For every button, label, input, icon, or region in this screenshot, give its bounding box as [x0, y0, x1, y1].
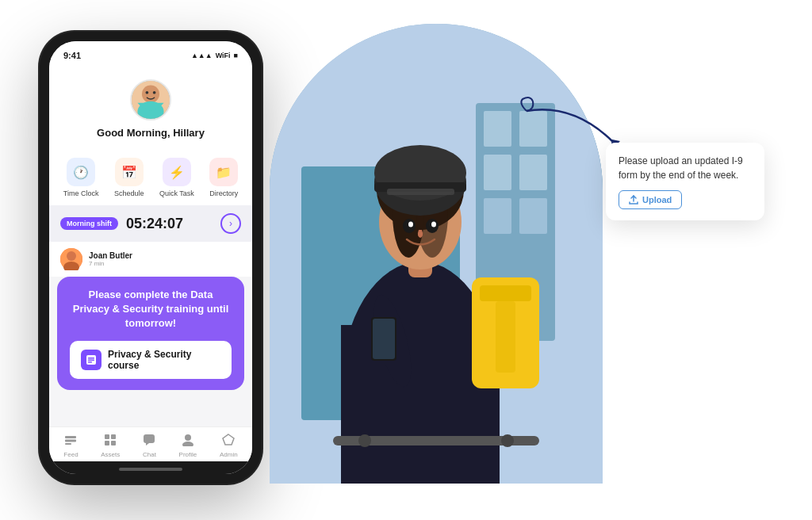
- nav-feed[interactable]: Feed: [63, 434, 78, 458]
- nav-profile-label: Profile: [179, 451, 197, 458]
- admin-icon: [222, 434, 235, 449]
- svg-point-55: [358, 434, 371, 447]
- svg-rect-15: [105, 434, 109, 439]
- svg-rect-37: [496, 301, 515, 373]
- upload-icon: [629, 195, 638, 205]
- upload-label: Upload: [642, 195, 672, 205]
- message-card: Please complete the Data Privacy & Secur…: [57, 277, 244, 390]
- svg-rect-14: [65, 443, 71, 445]
- bottom-nav: Feed Assets: [49, 426, 252, 461]
- sender-avatar: [60, 248, 82, 270]
- profile-icon: [182, 434, 194, 449]
- nav-chat-label: Chat: [143, 451, 156, 458]
- svg-rect-18: [111, 441, 116, 445]
- svg-point-52: [408, 222, 413, 228]
- action-schedule[interactable]: 📅 Schedule: [114, 158, 144, 197]
- quick-actions: 🕐 Time Clock 📅 Schedule ⚡ Quick Task 📁 D…: [49, 150, 252, 205]
- battery-icon: ■: [234, 52, 238, 59]
- action-quick-task[interactable]: ⚡ Quick Task: [159, 158, 194, 197]
- feed-icon: [64, 434, 77, 449]
- svg-rect-13: [65, 440, 76, 442]
- messenger-item[interactable]: Joan Butler 7 min: [49, 242, 252, 277]
- shift-arrow-button[interactable]: ›: [220, 213, 241, 234]
- schedule-label: Schedule: [114, 189, 144, 197]
- quick-task-icon: ⚡: [163, 158, 191, 186]
- svg-point-3: [146, 91, 149, 94]
- message-time: 7 min: [89, 260, 241, 267]
- svg-point-53: [431, 222, 436, 228]
- sender-info: Joan Butler 7 min: [89, 251, 241, 267]
- app-header: Good Morning, Hillary: [49, 70, 252, 150]
- svg-rect-12: [65, 436, 76, 438]
- home-indicator: [49, 461, 252, 474]
- phone-mockup: 9:41 ▲▲▲ WiFi ■: [40, 32, 278, 491]
- svg-rect-9: [88, 358, 94, 359]
- svg-rect-10: [88, 359, 94, 361]
- directory-icon: 📁: [209, 158, 238, 186]
- svg-rect-11: [88, 361, 92, 363]
- svg-point-1: [142, 86, 159, 103]
- svg-rect-19: [144, 434, 155, 443]
- svg-rect-26: [484, 111, 511, 147]
- signal-icon: ▲▲▲: [191, 52, 213, 59]
- avatar: [130, 79, 171, 120]
- nav-chat[interactable]: Chat: [143, 434, 156, 458]
- svg-point-6: [67, 251, 76, 261]
- status-icons: ▲▲▲ WiFi ■: [191, 52, 238, 59]
- directory-label: Directory: [209, 189, 238, 197]
- schedule-icon: 📅: [115, 158, 144, 186]
- tooltip-text: Please upload an updated I-9 form by the…: [619, 154, 752, 182]
- svg-point-21: [185, 434, 191, 441]
- photo-arch: [270, 24, 603, 484]
- message-text: Please complete the Data Privacy & Secur…: [70, 288, 232, 331]
- svg-rect-30: [484, 198, 511, 234]
- nav-profile[interactable]: Profile: [179, 434, 197, 458]
- phone-frame: 9:41 ▲▲▲ WiFi ■: [40, 32, 262, 484]
- photo-background: [270, 24, 603, 484]
- course-label: Privacy & Security course: [108, 349, 220, 371]
- chat-icon: [143, 434, 155, 449]
- course-button[interactable]: Privacy & Security course: [70, 341, 232, 379]
- nav-assets-label: Assets: [101, 451, 120, 458]
- nav-admin[interactable]: Admin: [220, 434, 238, 458]
- svg-rect-36: [480, 285, 531, 301]
- greeting-text: Good Morning, Hillary: [62, 127, 239, 139]
- phone-screen: 9:41 ▲▲▲ WiFi ■: [49, 41, 252, 474]
- svg-rect-16: [111, 434, 116, 439]
- shift-badge: Morning shift: [60, 217, 118, 230]
- wifi-icon: WiFi: [216, 52, 231, 59]
- assets-icon: [104, 434, 117, 449]
- time-clock-label: Time Clock: [63, 189, 99, 197]
- svg-rect-31: [519, 198, 547, 234]
- nav-feed-label: Feed: [63, 451, 78, 458]
- svg-rect-49: [387, 189, 454, 195]
- svg-point-22: [182, 442, 193, 446]
- notification-tooltip: Please upload an updated I-9 form by the…: [606, 143, 764, 220]
- upload-button[interactable]: Upload: [619, 190, 682, 209]
- svg-marker-20: [146, 443, 149, 445]
- time-clock-icon: 🕐: [67, 158, 95, 186]
- svg-point-4: [153, 91, 156, 94]
- action-directory[interactable]: 📁 Directory: [209, 158, 238, 197]
- avatar-face: [132, 81, 170, 119]
- action-time-clock[interactable]: 🕐 Time Clock: [63, 158, 99, 197]
- course-icon: [81, 350, 102, 370]
- nav-admin-label: Admin: [220, 451, 238, 458]
- nav-assets[interactable]: Assets: [101, 434, 120, 458]
- person-svg: [270, 24, 603, 484]
- svg-point-56: [501, 434, 514, 447]
- status-bar: 9:41 ▲▲▲ WiFi ■: [49, 41, 252, 70]
- svg-rect-28: [484, 155, 511, 190]
- shift-timer: 05:24:07: [126, 216, 213, 232]
- home-bar: [119, 468, 182, 471]
- svg-rect-40: [373, 319, 395, 359]
- shift-bar: Morning shift 05:24:07 ›: [49, 205, 252, 242]
- svg-marker-23: [223, 434, 234, 445]
- sender-name: Joan Butler: [89, 251, 241, 260]
- quick-task-label: Quick Task: [159, 189, 194, 197]
- svg-rect-17: [105, 441, 109, 445]
- status-time: 9:41: [63, 51, 81, 60]
